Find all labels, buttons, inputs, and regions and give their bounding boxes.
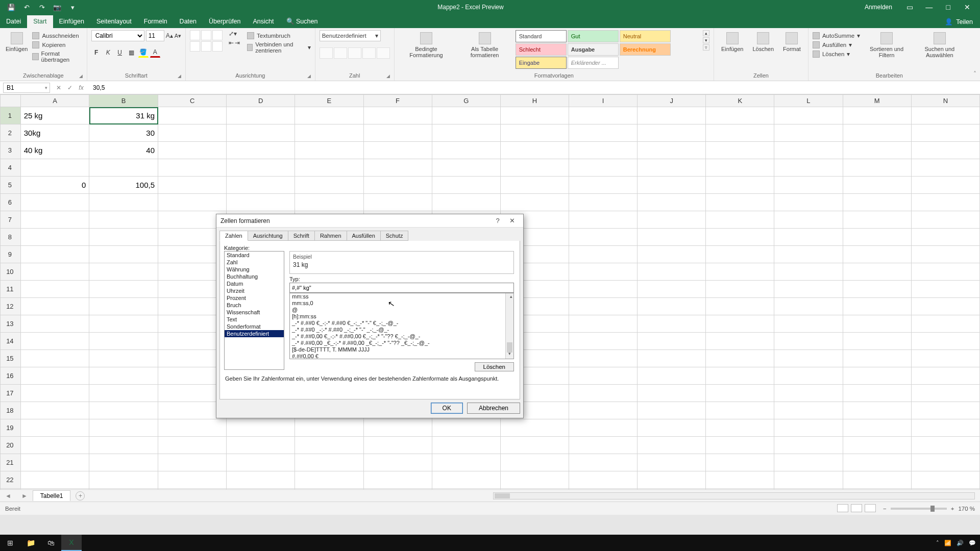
cell[interactable] <box>774 107 843 124</box>
col-header[interactable]: L <box>774 95 843 107</box>
clipboard-launcher-icon[interactable]: ◢ <box>79 73 83 79</box>
row-header[interactable]: 4 <box>1 159 21 177</box>
cell[interactable] <box>774 298 843 315</box>
formula-input[interactable]: 30,5 <box>90 84 980 91</box>
row-header[interactable]: 15 <box>1 350 21 367</box>
percent-icon[interactable] <box>334 47 347 59</box>
col-header[interactable]: I <box>569 95 638 107</box>
format-item[interactable]: _-* #.##0,00 _€_-;-* #.##0,00 _€_-;_-* "… <box>290 340 513 346</box>
cell[interactable] <box>363 159 432 177</box>
tab-datei[interactable]: Datei <box>0 15 27 28</box>
category-item[interactable]: Benutzerdefiniert <box>225 330 284 337</box>
ok-button[interactable]: OK <box>431 403 463 414</box>
cell[interactable] <box>363 142 432 159</box>
row-header[interactable]: 21 <box>1 454 21 471</box>
row-header[interactable]: 5 <box>1 177 21 194</box>
cell[interactable] <box>20 298 89 315</box>
category-item[interactable]: Zahl <box>225 259 284 266</box>
cell[interactable] <box>432 124 500 142</box>
cell[interactable] <box>843 471 911 489</box>
cell-styles-gallery[interactable]: Standard Gut Neutral Schlecht Ausgabe Be… <box>516 30 699 69</box>
cell[interactable] <box>706 177 774 194</box>
style-ausgabe[interactable]: Ausgabe <box>568 43 619 56</box>
dialog-close-icon[interactable]: ✕ <box>505 217 519 224</box>
category-item[interactable]: Prozent <box>225 294 284 302</box>
cell[interactable]: 30kg <box>20 124 89 142</box>
cell[interactable] <box>158 124 227 142</box>
row-header[interactable]: 12 <box>1 298 21 315</box>
cell[interactable]: 30 <box>89 124 158 142</box>
cell[interactable] <box>706 263 774 281</box>
cell[interactable] <box>774 402 843 419</box>
cell[interactable] <box>774 281 843 298</box>
grow-font-icon[interactable]: A▴ <box>166 32 173 39</box>
orientation-icon[interactable]: ⤢▾ <box>229 30 240 37</box>
row-header[interactable]: 17 <box>1 385 21 402</box>
tab-ansicht[interactable]: Ansicht <box>247 15 280 28</box>
cell[interactable] <box>774 142 843 159</box>
cell[interactable] <box>89 211 158 229</box>
style-gut[interactable]: Gut <box>568 30 619 42</box>
tab-ueberpruefen[interactable]: Überprüfen <box>203 15 247 28</box>
styles-scroll-down-icon[interactable]: ▾ <box>703 37 709 43</box>
cell[interactable] <box>363 419 432 437</box>
conditional-formatting-button[interactable]: Bedingte Formatierung <box>399 30 454 60</box>
cell[interactable] <box>843 281 911 298</box>
sheet-tab[interactable]: Tabelle1 <box>33 490 71 501</box>
taskbar-excel-icon[interactable]: X <box>61 535 82 551</box>
alignment-grid[interactable] <box>190 30 223 52</box>
dtab-zahlen[interactable]: Zahlen <box>219 231 248 241</box>
cell[interactable] <box>911 263 979 281</box>
cell[interactable] <box>774 211 843 229</box>
cell[interactable] <box>843 124 911 142</box>
cell[interactable] <box>20 263 89 281</box>
cell[interactable] <box>569 124 638 142</box>
cell[interactable] <box>638 454 706 471</box>
cell[interactable] <box>706 419 774 437</box>
delete-cells-button[interactable]: Löschen <box>749 30 777 54</box>
camera-icon[interactable]: 📷 <box>53 3 61 11</box>
cell[interactable] <box>774 350 843 367</box>
cell[interactable] <box>432 471 500 489</box>
view-pagelayout-icon[interactable] <box>851 504 862 512</box>
maximize-icon[interactable]: □ <box>940 3 957 11</box>
cell[interactable] <box>706 229 774 246</box>
cell[interactable] <box>911 367 979 385</box>
cell[interactable] <box>158 437 227 454</box>
insert-cells-button[interactable]: Einfügen <box>718 30 746 54</box>
comma-icon[interactable] <box>348 47 361 59</box>
col-header[interactable]: F <box>363 95 432 107</box>
format-as-table-button[interactable]: Als Tabelle formatieren <box>457 30 512 60</box>
sheet-nav-prev-icon[interactable]: ◄ <box>0 492 16 499</box>
cell[interactable] <box>227 454 295 471</box>
col-header[interactable]: G <box>432 95 500 107</box>
increase-decimal-icon[interactable] <box>362 47 376 59</box>
cell[interactable] <box>911 194 979 211</box>
cell[interactable] <box>911 211 979 229</box>
cell[interactable] <box>638 298 706 315</box>
cell[interactable] <box>843 454 911 471</box>
paste-button[interactable]: Einfügen <box>4 30 29 54</box>
cell[interactable] <box>638 229 706 246</box>
cell[interactable] <box>227 107 295 124</box>
cell[interactable] <box>500 194 569 211</box>
cell[interactable] <box>638 107 706 124</box>
cell[interactable] <box>843 194 911 211</box>
cell[interactable] <box>638 437 706 454</box>
type-input[interactable] <box>289 283 514 293</box>
format-item[interactable]: [$-de-DE]TTTT, T. MMMM JJJJ <box>290 346 513 353</box>
cell[interactable] <box>911 281 979 298</box>
cell[interactable] <box>569 385 638 402</box>
category-item[interactable]: Währung <box>225 266 284 273</box>
cell[interactable] <box>295 419 363 437</box>
cell[interactable] <box>20 333 89 350</box>
style-neutral[interactable]: Neutral <box>620 30 671 42</box>
tray-up-icon[interactable]: ˄ <box>936 540 939 546</box>
cell[interactable]: 0 <box>20 177 89 194</box>
col-header[interactable]: H <box>500 95 569 107</box>
cell[interactable] <box>20 454 89 471</box>
cell[interactable] <box>295 177 363 194</box>
cell[interactable] <box>706 315 774 333</box>
cell[interactable] <box>363 471 432 489</box>
cell[interactable]: 40 <box>89 142 158 159</box>
